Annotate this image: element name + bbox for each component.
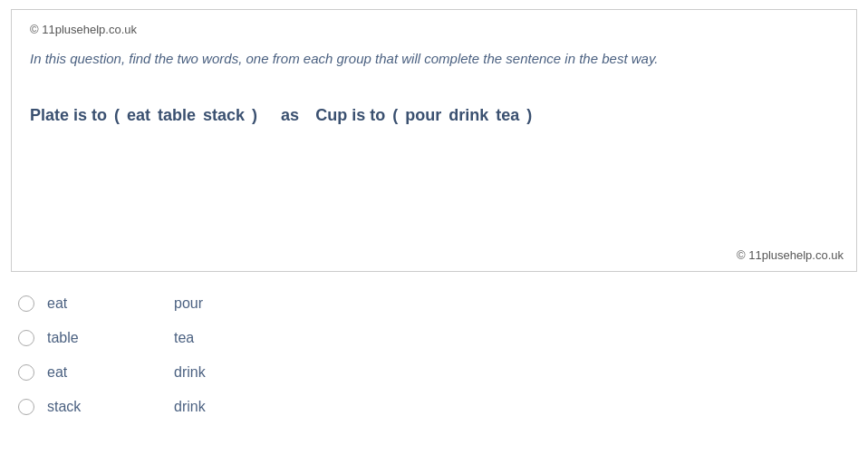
sentence-row: Plate is to ( eat table stack ) as Cup i… [30, 97, 838, 134]
answer-row: stackdrink [18, 390, 850, 424]
radio-button[interactable] [18, 399, 34, 415]
sentence-close-bracket1: ) [252, 106, 257, 125]
sentence-part1: Plate is to [30, 106, 107, 125]
answer-word1: eat [47, 364, 147, 381]
sentence-word2a: pour [405, 106, 441, 125]
answers-section: eatpourtableteaeatdrinkstackdrink [0, 281, 868, 430]
answer-word2: drink [174, 399, 206, 415]
answer-word2: pour [174, 295, 203, 312]
answer-row: tabletea [18, 321, 850, 355]
sentence-part2: Cup is to [315, 106, 385, 125]
sentence-word2c: tea [496, 106, 519, 125]
answer-word1: stack [47, 399, 147, 415]
question-box: © 11plusehelp.co.uk In this question, fi… [11, 9, 857, 272]
radio-button[interactable] [18, 295, 34, 312]
sentence-open-bracket1: ( [114, 106, 120, 125]
watermark-bottom: © 11plusehelp.co.uk [737, 248, 844, 262]
sentence-open-bracket2: ( [392, 106, 398, 125]
answer-word1: table [47, 330, 147, 346]
sentence-word1b: table [158, 106, 196, 125]
sentence-word1a: eat [127, 106, 150, 125]
answer-row: eatpour [18, 286, 850, 321]
answer-row: eatdrink [18, 355, 850, 390]
instruction: In this question, find the two words, on… [30, 49, 838, 70]
answer-word2: tea [174, 330, 194, 346]
radio-button[interactable] [18, 364, 34, 381]
watermark-top: © 11plusehelp.co.uk [30, 23, 838, 36]
sentence-close-bracket2: ) [526, 106, 532, 125]
radio-button[interactable] [18, 330, 34, 346]
sentence-connector: as [281, 106, 299, 125]
answer-word2: drink [174, 364, 206, 381]
sentence-word1c: stack [203, 106, 245, 125]
sentence-word2b: drink [448, 106, 488, 125]
answer-word1: eat [47, 295, 147, 312]
